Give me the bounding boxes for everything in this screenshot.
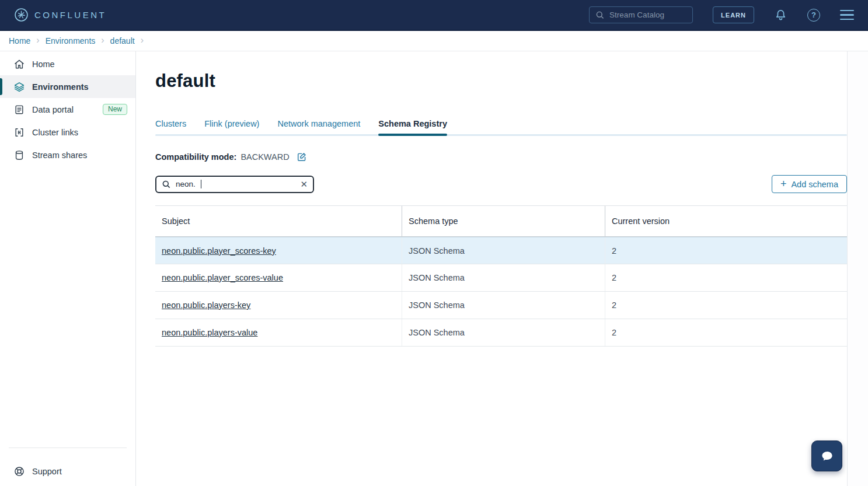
hamburger-icon[interactable]: [840, 10, 854, 20]
sidebar-item-label: Cluster links: [32, 128, 78, 137]
sidebar-item-data-portal[interactable]: Data portal New: [0, 98, 135, 121]
breadcrumb-default[interactable]: default: [110, 36, 135, 46]
schema-search-input[interactable]: neon. ✕: [155, 176, 314, 193]
top-navbar: CONFLUENT LEARN ?: [0, 0, 868, 31]
main-content: default Clusters Flink (preview) Network…: [136, 51, 847, 486]
stream-catalog-search[interactable]: [589, 6, 693, 23]
add-schema-button[interactable]: + Add schema: [772, 175, 847, 193]
breadcrumb: Home › Environments › default ›: [0, 31, 868, 51]
sidebar-item-label: Environments: [32, 82, 89, 92]
home-icon: [13, 58, 25, 70]
chevron-right-icon: ›: [141, 36, 144, 46]
database-icon: [13, 149, 25, 161]
page-title: default: [155, 71, 847, 92]
document-icon: [13, 104, 25, 116]
search-icon: [595, 11, 605, 20]
table-row[interactable]: neon.public.players-value JSON Schema 2: [155, 319, 847, 347]
confluent-spark-icon: [14, 8, 29, 22]
sidebar-item-label: Stream shares: [32, 151, 87, 160]
tab-flink-preview[interactable]: Flink (preview): [204, 119, 259, 136]
compatibility-mode-row: Compatibility mode: BACKWARD: [155, 152, 847, 162]
table-row[interactable]: neon.public.player_scores-value JSON Sch…: [155, 264, 847, 292]
clear-search-icon[interactable]: ✕: [300, 180, 308, 188]
table-row[interactable]: neon.public.players-key JSON Schema 2: [155, 292, 847, 319]
current-version-cell: 2: [605, 237, 847, 264]
cluster-links-icon: [13, 127, 25, 138]
schema-search-value: neon.: [176, 180, 196, 188]
compatibility-mode-label: Compatibility mode:: [155, 152, 236, 162]
sidebar-item-label: Home: [32, 60, 55, 69]
sidebar-item-cluster-links[interactable]: Cluster links: [0, 121, 135, 144]
subject-link[interactable]: neon.public.player_scores-key: [162, 246, 276, 256]
add-schema-label: Add schema: [791, 180, 838, 189]
table-actions-row: neon. ✕ + Add schema: [155, 175, 847, 193]
schema-type-cell: JSON Schema: [402, 237, 605, 264]
subject-link[interactable]: neon.public.player_scores-value: [162, 273, 283, 282]
stream-catalog-input[interactable]: [609, 11, 686, 19]
search-icon: [162, 180, 171, 189]
text-cursor: [201, 180, 201, 188]
plus-icon: +: [780, 179, 787, 189]
sidebar-item-support[interactable]: Support: [0, 460, 135, 482]
layers-icon: [13, 81, 25, 93]
sidebar-item-label: Data portal: [32, 105, 74, 114]
confluent-logo[interactable]: CONFLUENT: [14, 8, 106, 22]
current-version-cell: 2: [605, 292, 847, 319]
life-ring-icon: [13, 466, 25, 477]
learn-button[interactable]: LEARN: [713, 6, 754, 23]
tab-schema-registry[interactable]: Schema Registry: [378, 119, 447, 136]
breadcrumb-environments[interactable]: Environments: [46, 36, 96, 46]
schemas-table: Subject Schema type Current version neon…: [155, 205, 847, 347]
sidebar-item-stream-shares[interactable]: Stream shares: [0, 144, 135, 166]
sidebar: Home Environments Data portal New Cluste…: [0, 51, 136, 486]
tab-clusters[interactable]: Clusters: [155, 119, 186, 136]
chevron-right-icon: ›: [36, 36, 39, 46]
column-header-schema-type[interactable]: Schema type: [402, 206, 605, 236]
chat-button[interactable]: [811, 440, 842, 471]
tab-network-management[interactable]: Network management: [277, 119, 360, 136]
column-header-current-version[interactable]: Current version: [605, 206, 847, 236]
current-version-cell: 2: [605, 319, 847, 346]
edit-icon[interactable]: [297, 152, 307, 162]
new-badge: New: [103, 104, 127, 115]
breadcrumb-home[interactable]: Home: [9, 36, 30, 46]
help-icon[interactable]: ?: [807, 9, 820, 22]
table-row[interactable]: neon.public.player_scores-key JSON Schem…: [155, 237, 847, 264]
schema-type-cell: JSON Schema: [402, 264, 605, 291]
bell-icon[interactable]: [774, 8, 787, 22]
brand-name: CONFLUENT: [34, 10, 106, 20]
sidebar-item-environments[interactable]: Environments: [0, 75, 135, 98]
sidebar-divider: [9, 447, 127, 448]
tab-bar: Clusters Flink (preview) Network managem…: [155, 119, 847, 136]
table-header-row: Subject Schema type Current version: [155, 206, 847, 237]
current-version-cell: 2: [605, 264, 847, 291]
scrollbar-gutter[interactable]: [847, 51, 868, 486]
sidebar-item-home[interactable]: Home: [0, 53, 135, 75]
subject-link[interactable]: neon.public.players-key: [162, 300, 250, 310]
support-label: Support: [32, 467, 62, 476]
chevron-right-icon: ›: [101, 36, 104, 46]
schema-type-cell: JSON Schema: [402, 319, 605, 346]
compatibility-mode-value: BACKWARD: [240, 152, 289, 162]
column-header-subject[interactable]: Subject: [155, 206, 402, 236]
chat-bubble-icon: [818, 447, 836, 465]
subject-link[interactable]: neon.public.players-value: [162, 328, 257, 337]
schema-type-cell: JSON Schema: [402, 292, 605, 319]
